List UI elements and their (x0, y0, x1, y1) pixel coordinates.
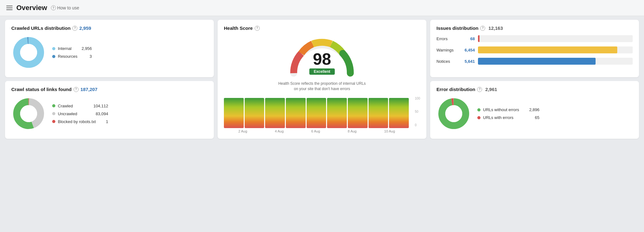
bar-5 (307, 98, 326, 128)
page-title: Overview (16, 4, 47, 12)
crawled-value: 104,112 (93, 104, 108, 108)
health-score-info-icon[interactable]: ? (255, 26, 260, 31)
legend-item-uncrawled: Uncrawled 83,094 (52, 111, 108, 116)
x-label-10aug: 10 Aug (384, 129, 395, 133)
health-score-title: Health Score ? (224, 25, 260, 31)
crawl-status-card: Crawl status of links found ? 187,207 (5, 81, 214, 138)
crawled-urls-info-icon[interactable]: ? (72, 26, 77, 31)
warnings-count: 6,454 (462, 48, 475, 52)
bar-chart-x-labels: 2 Aug 4 Aug 6 Aug 8 Aug 10 Aug (224, 129, 420, 133)
crawl-status-count: 187,207 (80, 87, 97, 92)
gauge-label: Excellent (309, 68, 335, 75)
internal-label: Internal (58, 46, 71, 51)
uncrawled-label: Uncrawled (58, 111, 86, 116)
legend-item-internal: Internal 2,956 (52, 46, 92, 51)
crawled-urls-card: Crawled URLs distribution ? 2,959 Intern… (5, 20, 214, 77)
how-to-use-label: How to use (57, 5, 79, 10)
svg-point-7 (20, 105, 37, 122)
notices-bar-track (478, 58, 633, 65)
resources-dot (52, 55, 55, 58)
blocked-label: Blocked by robots.txt (58, 119, 96, 124)
with-errors-value: 65 (535, 115, 539, 120)
crawled-dot (52, 104, 55, 107)
error-distribution-chart-section: URLs without errors 2,896 URLs with erro… (436, 96, 633, 131)
health-score-card: Health Score ? (218, 20, 426, 139)
blocked-value: 1 (106, 119, 108, 124)
x-label-6aug: 6 Aug (311, 129, 320, 133)
crawled-urls-chart-section: Internal 2,956 Resources 3 (11, 35, 208, 70)
uncrawled-value: 83,094 (96, 111, 108, 116)
crawl-status-donut (11, 96, 46, 131)
crawl-status-legend: Crawled 104,112 Uncrawled 83,094 Blocked… (52, 104, 108, 124)
error-distribution-title: Error distribution ? 2,961 (436, 87, 633, 92)
issue-row-warnings: Warnings 6,454 (436, 46, 633, 53)
crawled-urls-title: Crawled URLs distribution ? 2,959 (11, 25, 208, 31)
error-distribution-card: Error distribution ? 2,961 URLs without … (430, 81, 639, 138)
issues-distribution-card: Issues distribution ? 12,163 Errors 68 W… (430, 20, 639, 77)
notices-count: 5,641 (462, 59, 475, 64)
blocked-dot (52, 120, 55, 123)
without-errors-dot (477, 108, 480, 111)
without-errors-value: 2,896 (529, 107, 540, 112)
x-label-4aug: 4 Aug (275, 129, 284, 133)
legend-item-without-errors: URLs without errors 2,896 (477, 107, 539, 112)
notices-bar-fill (478, 58, 596, 65)
bar-8 (369, 98, 388, 128)
error-distribution-donut (436, 96, 471, 131)
errors-bar-track (478, 35, 633, 42)
uncrawled-dot (52, 112, 55, 115)
warnings-bar-track (478, 46, 633, 53)
svg-point-2 (20, 44, 37, 61)
bar-6 (327, 98, 347, 128)
error-distribution-info-icon[interactable]: ? (477, 87, 482, 92)
x-label-2aug: 2 Aug (238, 129, 247, 133)
errors-count: 68 (462, 36, 475, 41)
main-dashboard-grid: Crawled URLs distribution ? 2,959 Intern… (0, 16, 644, 143)
crawl-status-info-icon[interactable]: ? (74, 87, 79, 92)
gauge-score-display: 98 Excellent (309, 51, 335, 75)
issues-total: 12,163 (488, 25, 503, 31)
legend-item-resources: Resources 3 (52, 54, 92, 59)
internal-value: 2,956 (81, 46, 92, 51)
legend-item-with-errors: URLs with errors 65 (477, 115, 539, 120)
crawl-status-chart-section: Crawled 104,112 Uncrawled 83,094 Blocked… (11, 96, 208, 131)
notices-label: Notices (436, 59, 458, 64)
bar-9 (389, 98, 409, 128)
legend-item-blocked: Blocked by robots.txt 1 (52, 119, 108, 124)
crawled-urls-count: 2,959 (79, 25, 91, 31)
health-score-description: Health Score reflects the proportion of … (278, 81, 366, 92)
crawled-urls-legend: Internal 2,956 Resources 3 (52, 46, 92, 59)
error-distribution-total: 2,961 (485, 87, 497, 92)
issues-distribution-title: Issues distribution ? 12,163 (436, 25, 633, 31)
bar-1 (224, 98, 244, 128)
without-errors-label: URLs without errors (483, 107, 519, 112)
crawl-status-title: Crawl status of links found ? 187,207 (11, 87, 208, 92)
bar-7 (348, 98, 368, 128)
y-label-0: 0 (415, 123, 420, 127)
resources-value: 3 (90, 54, 92, 59)
issues-info-icon[interactable]: ? (480, 26, 485, 31)
bar-4 (286, 98, 306, 128)
issue-row-notices: Notices 5,641 (436, 58, 633, 65)
gauge-svg: 98 Excellent (287, 37, 357, 78)
errors-bar-fill (478, 35, 480, 42)
page-header: Overview ? How to use (0, 0, 644, 16)
internal-dot (52, 47, 55, 50)
legend-item-crawled: Crawled 104,112 (52, 104, 108, 108)
y-label-100: 100 (415, 97, 420, 100)
crawled-label: Crawled (58, 104, 83, 108)
how-to-use-info-icon: ? (51, 5, 56, 10)
health-score-bar-chart: 100 50 0 2 Aug 4 Aug 6 Aug 8 Aug 10 Aug (224, 97, 420, 133)
errors-label: Errors (436, 36, 458, 41)
how-to-use-button[interactable]: ? How to use (51, 5, 79, 10)
issue-row-errors: Errors 68 (436, 35, 633, 42)
crawled-urls-donut (11, 35, 46, 70)
error-dist-legend: URLs without errors 2,896 URLs with erro… (477, 107, 539, 120)
with-errors-dot (477, 116, 480, 119)
x-label-8aug: 8 Aug (348, 129, 357, 133)
y-label-50: 50 (415, 110, 420, 113)
health-score-gauge: 98 Excellent Health Score reflects the p… (278, 37, 366, 92)
resources-label: Resources (58, 54, 80, 59)
hamburger-menu-icon[interactable] (6, 6, 13, 10)
with-errors-label: URLs with errors (483, 115, 525, 120)
